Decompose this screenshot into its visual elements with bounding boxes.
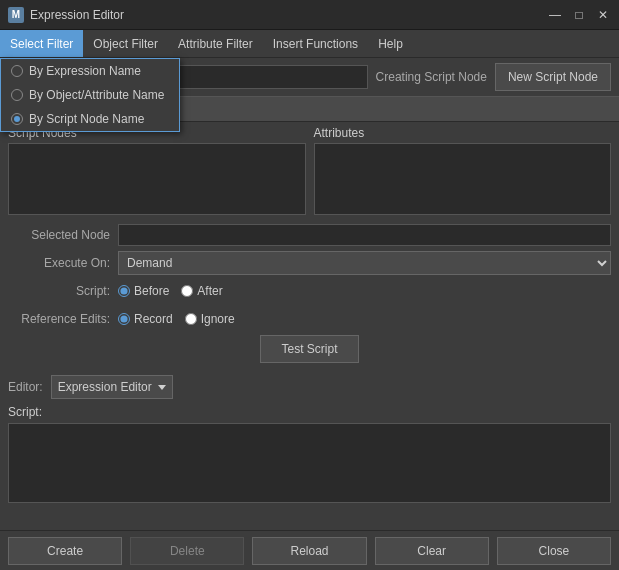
execute-on-row: Execute On: Demand [8, 251, 611, 275]
record-label: Record [134, 312, 173, 326]
app-icon: M [8, 7, 24, 23]
record-radio-label[interactable]: Record [118, 312, 173, 326]
execute-on-select[interactable]: Demand [118, 251, 611, 275]
script-radio-row: Script: Before After [8, 279, 611, 303]
radio-script-node [11, 113, 23, 125]
execute-on-label: Execute On: [8, 256, 118, 270]
after-radio-label[interactable]: After [181, 284, 222, 298]
reference-edits-label: Reference Edits: [8, 312, 118, 326]
new-script-button[interactable]: New Script Node [495, 63, 611, 91]
selection-area: Script Nodes Attributes [0, 122, 619, 219]
editor-row: Editor: Expression Editor [0, 371, 619, 403]
close-button-bottom[interactable]: Close [497, 537, 611, 565]
editor-dropdown-arrow-icon [158, 385, 166, 390]
close-button[interactable]: ✕ [595, 7, 611, 23]
script-radio-group: Before After [118, 284, 223, 298]
menu-select-filter[interactable]: Select Filter [0, 30, 83, 57]
clear-button[interactable]: Clear [375, 537, 489, 565]
menu-object-filter[interactable]: Object Filter [83, 30, 168, 57]
record-radio[interactable] [118, 313, 130, 325]
title-bar: M Expression Editor — □ ✕ [0, 0, 619, 30]
after-radio[interactable] [181, 285, 193, 297]
minimize-button[interactable]: — [547, 7, 563, 23]
attributes-label: Attributes [314, 126, 612, 140]
selected-node-row: Selected Node [8, 223, 611, 247]
ignore-radio-label[interactable]: Ignore [185, 312, 235, 326]
script-nodes-list[interactable] [8, 143, 306, 215]
test-script-button[interactable]: Test Script [260, 335, 358, 363]
attributes-column: Attributes [314, 126, 612, 215]
title-bar-title: Expression Editor [30, 8, 547, 22]
editor-label: Editor: [8, 380, 43, 394]
window-controls: — □ ✕ [547, 7, 611, 23]
ignore-label: Ignore [201, 312, 235, 326]
create-button[interactable]: Create [8, 537, 122, 565]
selected-node-label: Selected Node [8, 228, 118, 242]
editor-dropdown[interactable]: Expression Editor [51, 375, 173, 399]
menu-attribute-filter[interactable]: Attribute Filter [168, 30, 263, 57]
radio-object-attribute [11, 89, 23, 101]
before-label: Before [134, 284, 169, 298]
script-nodes-column: Script Nodes [8, 126, 306, 215]
reference-edits-group: Record Ignore [118, 312, 235, 326]
status-text: Creating Script Node [376, 70, 487, 84]
before-radio[interactable] [118, 285, 130, 297]
script-label: Script: [8, 284, 118, 298]
attributes-list[interactable] [314, 143, 612, 215]
delete-button[interactable]: Delete [130, 537, 244, 565]
script-text-area[interactable] [8, 423, 611, 503]
after-label: After [197, 284, 222, 298]
radio-expression-name [11, 65, 23, 77]
form-area: Selected Node Execute On: Demand Script:… [0, 219, 619, 371]
dropdown-item-script-node[interactable]: By Script Node Name [1, 107, 179, 131]
reload-button[interactable]: Reload [252, 537, 366, 565]
maximize-button[interactable]: □ [571, 7, 587, 23]
script-section-label: Script: [0, 403, 619, 421]
reference-edits-row: Reference Edits: Record Ignore [8, 307, 611, 331]
dropdown-item-expression-name[interactable]: By Expression Name [1, 59, 179, 83]
ignore-radio[interactable] [185, 313, 197, 325]
select-filter-dropdown: By Expression Name By Object/Attribute N… [0, 58, 180, 132]
selected-node-input[interactable] [118, 224, 611, 246]
menu-bar: Select Filter Object Filter Attribute Fi… [0, 30, 619, 58]
before-radio-label[interactable]: Before [118, 284, 169, 298]
editor-dropdown-value: Expression Editor [58, 380, 152, 394]
test-script-row: Test Script [8, 335, 611, 363]
menu-insert-functions[interactable]: Insert Functions [263, 30, 368, 57]
dropdown-item-object-attribute[interactable]: By Object/Attribute Name [1, 83, 179, 107]
bottom-bar: Create Delete Reload Clear Close [0, 530, 619, 570]
menu-help[interactable]: Help [368, 30, 413, 57]
